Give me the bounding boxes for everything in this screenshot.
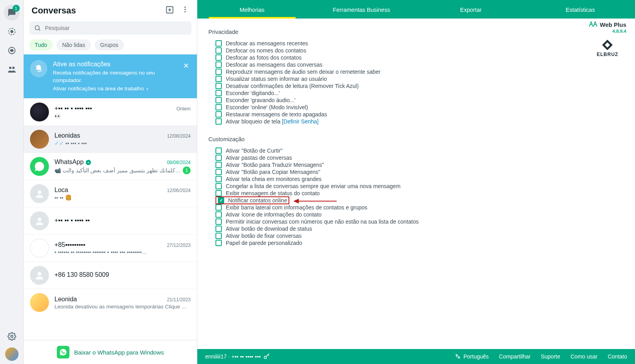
communities-rail-icon[interactable] [4,62,20,77]
chat-item[interactable]: +▪▪ ▪▪ ▪ ▪▪▪▪ ▪▪ [24,207,197,234]
checkbox[interactable] [215,204,222,211]
filter-unread[interactable]: Não lidas [56,39,90,50]
checkbox[interactable] [215,54,222,61]
privacy-option[interactable]: Ativar bloqueio de tela [Definir Senha] [215,118,318,125]
custom-option[interactable]: Ativar "Botão de Curtir" [215,147,283,154]
search-input[interactable] [45,25,187,31]
checkbox[interactable] [215,169,222,175]
checkbox[interactable] [215,118,222,125]
menu-icon[interactable] [181,6,189,16]
privacy-option[interactable]: Reproduzir mensagens de áudio sem deixar… [215,68,380,75]
custom-option[interactable]: Ativar botão de fixar conversas [215,232,302,239]
download-bar[interactable]: Baixar o WhatsApp para Windows [24,340,197,364]
contact-link[interactable]: Contato [608,353,627,360]
privacy-option[interactable]: Esconder 'digitando...' [215,90,280,97]
checkbox[interactable] [215,62,222,68]
chat-list[interactable]: +▪▪ ▪▪ ▪ ▪▪▪▪ ▪▪▪Ontem👀Leonidas12/08/202… [24,98,197,340]
share-link[interactable]: Compartilhar [499,353,530,360]
custom-option[interactable]: Ativar ícone de informações do contato [215,211,322,218]
filter-groups[interactable]: Grupos [95,39,124,50]
checkbox[interactable] [215,162,222,168]
option-label: Desfocar os nomes dos contatos [226,47,306,54]
privacy-option[interactable]: Esconder 'online' (Modo Invisível) [215,104,308,111]
option-label: Ativar "Botão para Copiar Mensagens" [226,169,320,175]
custom-option[interactable]: Ativar "Botão para Traduzir Mensagens" [215,161,324,168]
chat-avatar [30,239,49,258]
chat-item[interactable]: +86 130 8580 5009 [24,261,197,289]
chat-item[interactable]: +85▪▪▪▪▪▪▪▪▪27/12/2023▪ ▪▪▪▪▪▪ ▪▪ ▪▪▪▪▪▪… [24,234,197,261]
checkbox[interactable] [215,233,222,239]
checkbox[interactable] [218,197,224,203]
privacy-option[interactable]: Visualizar status sem informar ao usuári… [215,75,327,82]
chat-item[interactable]: +▪▪ ▪▪ ▪ ▪▪▪▪ ▪▪▪Ontem👀 [24,98,197,125]
profile-avatar[interactable] [5,347,19,361]
chats-rail-icon[interactable]: 1 [4,5,20,21]
option-label: Desfocar as mensagens das conversas [226,62,322,68]
checkbox[interactable] [215,104,222,110]
chat-item[interactable]: Leonida21/11/2023Leonida desativou as me… [24,289,197,316]
language-select[interactable]: Português [455,353,489,360]
channels-rail-icon[interactable] [4,43,20,58]
brand-elbruz[interactable]: ELBRUZ [589,39,626,57]
settings-content: Web Plus 4.8.9.4 ELBRUZ Privacidade Desf… [197,19,635,349]
checkbox[interactable] [215,226,222,232]
checkbox[interactable] [215,211,222,218]
checkbox[interactable] [215,147,222,154]
privacy-option[interactable]: Desfocar as mensagens recentes [215,40,308,47]
chat-item[interactable]: Loca12/06/2024▪▪ ▪▪ 🍔 [24,180,197,207]
howto-link[interactable]: Como usar [570,353,597,360]
checkbox[interactable] [215,155,222,161]
checkbox[interactable] [215,90,222,96]
checkbox[interactable] [215,40,222,47]
privacy-option[interactable]: Esconder 'gravando áudio...' [215,97,296,104]
privacy-option[interactable]: Desativar confirmações de leitura (Remov… [215,82,359,90]
notif-link[interactable]: Ativar notificações na área de trabalho [53,85,149,93]
custom-option[interactable]: Exibir mensagem de status do contato [215,190,320,197]
privacy-option[interactable]: Restaurar mensagens de texto apagadas [215,111,327,118]
svg-point-4 [12,67,15,69]
tab-estatisticas[interactable]: Estatísticas [526,1,635,19]
status-rail-icon[interactable] [4,24,20,39]
chat-time: 27/12/2023 [167,243,191,248]
close-icon[interactable]: ✕ [182,60,191,72]
filter-all[interactable]: Tudo [29,39,52,50]
privacy-option[interactable]: Desfocar as fotos dos contatos [215,54,302,61]
custom-option[interactable]: Ativar tela cheia em monitores grandes [215,175,322,183]
settings-rail-icon[interactable] [4,329,20,344]
custom-option[interactable]: Exibir barra lateral com informações de … [215,204,367,211]
checkbox[interactable] [215,190,222,196]
chat-avatar [30,157,49,176]
privacy-option[interactable]: Desfocar as mensagens das conversas [215,61,322,68]
custom-option[interactable]: Ativar botão de download de status [215,225,312,232]
checkbox[interactable] [215,76,222,82]
privacy-option[interactable]: Desfocar os nomes dos contatos [215,47,306,54]
checkbox[interactable] [215,69,222,75]
tab-business[interactable]: Ferramentas Business [307,1,416,19]
checkbox[interactable] [215,183,222,189]
checkbox[interactable] [215,47,222,54]
tab-exportar[interactable]: Exportar [416,1,526,19]
checkbox[interactable] [215,97,222,103]
checkbox[interactable] [215,176,222,182]
checkbox[interactable] [215,111,222,118]
chat-name: +86 130 8580 5009 [54,271,109,278]
custom-option[interactable]: Notificar contatos online [215,196,289,204]
checkbox[interactable] [215,218,222,225]
custom-option[interactable]: Ativar pastas de conversas [215,154,292,161]
new-chat-icon[interactable] [165,6,174,16]
define-password-link[interactable]: [Definir Senha] [282,118,318,125]
tab-melhorias[interactable]: Melhorias [197,1,307,19]
checkbox[interactable] [215,83,222,89]
chat-time: 12/06/2024 [167,188,191,193]
support-link[interactable]: Suporte [541,353,560,360]
custom-option[interactable]: Congelar a lista de conversas sempre que… [215,183,401,190]
custom-option[interactable]: Papel de parede personalizado [215,239,302,246]
checkbox[interactable] [215,240,222,246]
option-label: Ativar "Botão para Traduzir Mensagens" [226,162,324,168]
search-box[interactable] [29,21,191,35]
chat-preview: ▪▪ ▪▪ 🍔 [54,194,191,201]
custom-option[interactable]: Ativar "Botão para Copiar Mensagens" [215,168,320,175]
chat-item[interactable]: WhatsApp08/08/2024📹 ‎اجعل كلماتك تظهر بت… [24,153,197,180]
custom-option[interactable]: Permitir iniciar conversas com números q… [215,218,419,225]
chat-item[interactable]: Leonidas12/08/2024✓✓ ▪▪ ▪▪▪ ▪ ▪▪▪ [24,125,197,153]
